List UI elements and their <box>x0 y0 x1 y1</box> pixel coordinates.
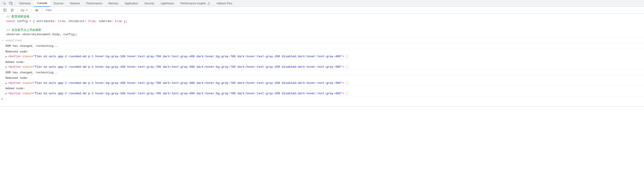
tag-quote: =" <box>31 81 35 85</box>
console-element-row[interactable]: ▶ <button class="flex ml-auto gap-2 roun… <box>0 81 644 86</box>
ellipsis-icon[interactable]: … <box>345 55 348 58</box>
tag-quote: =" <box>31 92 35 95</box>
expand-caret-icon[interactable]: ▶ <box>6 54 8 58</box>
console-log-row: DOM has changed, rechecking... <box>0 43 644 49</box>
svg-rect-3 <box>4 9 6 11</box>
tab-application[interactable]: Application <box>122 0 141 7</box>
console-log-row: DOM has changed, rechecking... <box>0 70 644 76</box>
attr-name: class <box>22 92 31 95</box>
clear-console-icon[interactable] <box>9 7 15 13</box>
code-text: , childList: <box>65 19 88 23</box>
context-label: top <box>21 9 24 12</box>
tab-sources[interactable]: Sources <box>50 0 67 7</box>
tab-console[interactable]: Console <box>34 0 50 7</box>
attr-value: flex ml-auto gap-2 rounded-md p-1 hover:… <box>35 55 340 58</box>
element-preview: <button class="flex ml-auto gap-2 rounde… <box>8 54 643 59</box>
gutter <box>1 86 6 87</box>
tag-quote: =" <box>31 65 35 69</box>
console-element-row[interactable]: ▶ <button class="flex ml-auto gap-2 roun… <box>0 54 644 60</box>
tag-quote: =" <box>31 55 35 58</box>
separator <box>15 1 15 5</box>
console-log-row: Removed node: <box>0 49 644 54</box>
ellipsis-icon[interactable]: … <box>345 65 348 69</box>
code-text: config = { attributes: <box>15 19 58 23</box>
code-keyword: const <box>6 19 15 23</box>
console-element-row[interactable]: ▶ <button class="flex ml-auto gap-2 roun… <box>0 91 644 96</box>
code-comment: // 配置观察选项 <box>6 15 30 18</box>
svg-point-8 <box>36 10 37 11</box>
expand-caret-icon[interactable]: ▶ <box>6 81 8 85</box>
filter-input[interactable] <box>44 7 644 13</box>
log-text: Removed node: <box>6 50 643 54</box>
element-preview: <button class="flex ml-auto gap-2 rounde… <box>8 91 643 96</box>
attr-value: flex ml-auto gap-2 rounded-md p-1 hover:… <box>35 81 340 85</box>
expand-caret-icon[interactable]: ▶ <box>6 65 8 69</box>
gutter <box>1 81 6 81</box>
log-text: Removed node: <box>6 76 643 81</box>
inspect-icon[interactable] <box>1 0 8 6</box>
separator <box>31 8 32 12</box>
svg-rect-2 <box>11 3 12 5</box>
code-keyword: true <box>88 19 95 23</box>
log-text: Added node: <box>6 86 643 91</box>
svg-point-7 <box>35 9 38 11</box>
console-toolbar: top ▼ <box>0 7 644 14</box>
code-text: , subtree: <box>95 19 115 23</box>
code-keyword: true <box>58 19 65 23</box>
expand-caret-icon[interactable]: ▶ <box>6 91 8 95</box>
console-output: // 配置观察选项 const config = { attributes: t… <box>0 14 644 102</box>
ellipsis-icon[interactable]: … <box>345 81 348 85</box>
element-preview: <button class="flex ml-auto gap-2 rounde… <box>8 81 643 86</box>
console-input-block: // 配置观察选项 const config = { attributes: t… <box>0 14 644 38</box>
tab-memory[interactable]: Memory <box>105 0 122 7</box>
code-keyword: true <box>115 19 122 23</box>
ellipsis-icon[interactable]: … <box>345 92 348 95</box>
device-toggle-icon[interactable] <box>8 0 14 6</box>
result-undefined: undefined <box>6 38 643 43</box>
tag-open: <button <box>8 65 22 69</box>
gutter <box>1 70 6 71</box>
log-text: Added node: <box>6 60 643 65</box>
tab-security[interactable]: Security <box>141 0 157 7</box>
log-text: DOM has changed, rechecking... <box>6 44 643 48</box>
gutter <box>1 54 6 55</box>
tag-close: "> <box>340 55 344 58</box>
tab-performance[interactable]: Performance <box>83 0 105 7</box>
tab-elements[interactable]: Elements <box>16 0 34 7</box>
live-expression-icon[interactable] <box>34 7 40 13</box>
console-element-row[interactable]: ▶ <button class="flex ml-auto gap-2 roun… <box>0 64 644 70</box>
gutter <box>1 76 6 76</box>
svg-line-6 <box>11 9 13 11</box>
chevron-down-icon: ▼ <box>26 9 28 11</box>
code-comment: // 在目标节点上开始观察 <box>6 28 41 32</box>
prompt-chevron-icon: > <box>1 97 6 101</box>
attr-name: class <box>22 81 31 85</box>
tag-open: <button <box>8 81 22 85</box>
devtools-tabbar: Elements Console Sources Network Perform… <box>0 0 644 7</box>
code-text: }; <box>122 19 127 23</box>
tab-lighthouse[interactable]: Lighthouse <box>157 0 177 7</box>
gutter <box>1 60 6 60</box>
code-text: observer.observe(document.body, config); <box>6 33 78 36</box>
tab-adblock-plus[interactable]: Adblock Plus <box>214 0 236 7</box>
attr-value: flex ml-auto gap-2 rounded-md p-1 hover:… <box>35 92 340 95</box>
context-selector[interactable]: top ▼ <box>20 9 29 12</box>
tag-open: <button <box>8 55 22 58</box>
gutter <box>1 65 6 65</box>
tag-close: "> <box>340 81 344 85</box>
attr-name: class <box>22 65 31 69</box>
toggle-sidebar-icon[interactable] <box>2 7 8 13</box>
tag-open: <button <box>8 92 22 95</box>
console-log-row: Added node: <box>0 86 644 91</box>
element-preview: <button class="flex ml-auto gap-2 rounde… <box>8 65 643 69</box>
console-log-row: Added node: <box>0 60 644 65</box>
tag-close: "> <box>340 92 344 95</box>
attr-value: flex ml-auto gap-2 rounded-md p-1 hover:… <box>35 65 340 69</box>
tag-close: "> <box>340 65 344 69</box>
console-prompt[interactable]: > <box>0 96 644 102</box>
tab-performance-insights[interactable]: Performance insights <box>177 0 214 7</box>
footer-separator <box>0 106 644 106</box>
tab-network[interactable]: Network <box>67 0 83 7</box>
console-result-row: <· undefined <box>0 38 644 44</box>
console-log-row: Removed node: <box>0 76 644 81</box>
